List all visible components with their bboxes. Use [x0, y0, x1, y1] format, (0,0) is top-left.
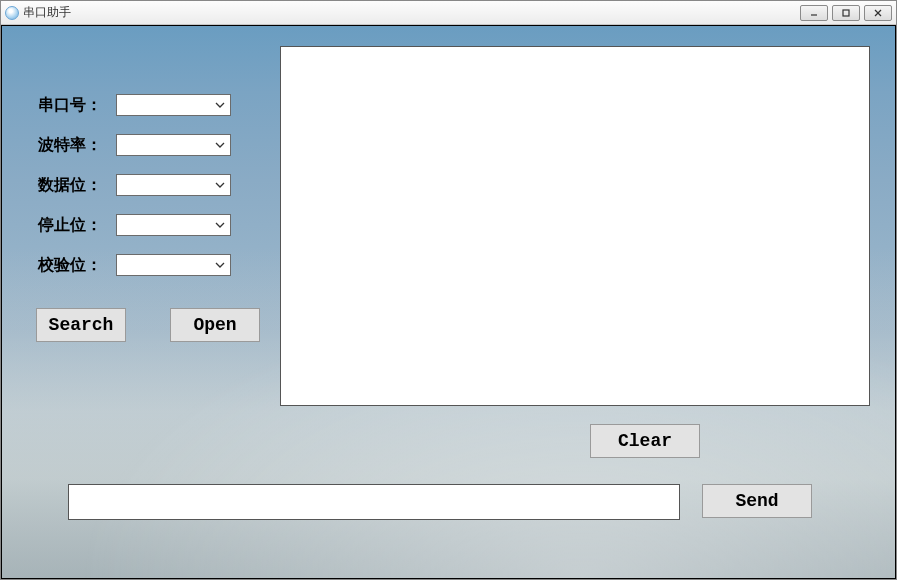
close-button[interactable]: [864, 5, 892, 21]
chevron-down-icon: [212, 137, 228, 153]
data-bits-combo[interactable]: [116, 174, 231, 196]
minimize-button[interactable]: [800, 5, 828, 21]
chevron-down-icon: [212, 97, 228, 113]
clear-button-label: Clear: [618, 431, 672, 451]
clear-button[interactable]: Clear: [590, 424, 700, 458]
send-button-label: Send: [735, 491, 778, 511]
send-input[interactable]: [68, 484, 680, 520]
row-stop-bits: 停止位：: [38, 214, 231, 236]
parity-combo[interactable]: [116, 254, 231, 276]
window-controls: [800, 5, 892, 21]
titlebar: 串口助手: [1, 1, 896, 25]
window-title: 串口助手: [23, 4, 71, 21]
stop-bits-label: 停止位：: [38, 215, 116, 236]
data-bits-label: 数据位：: [38, 175, 116, 196]
port-label: 串口号：: [38, 95, 116, 116]
receive-textarea[interactable]: [280, 46, 870, 406]
port-combo[interactable]: [116, 94, 231, 116]
baud-combo[interactable]: [116, 134, 231, 156]
open-button-label: Open: [193, 315, 236, 335]
chevron-down-icon: [212, 257, 228, 273]
row-baud: 波特率：: [38, 134, 231, 156]
app-window: 串口助手 串口号： 波特率：: [0, 0, 897, 580]
svg-rect-1: [843, 10, 849, 16]
row-port: 串口号：: [38, 94, 231, 116]
baud-label: 波特率：: [38, 135, 116, 156]
search-button[interactable]: Search: [36, 308, 126, 342]
chevron-down-icon: [212, 177, 228, 193]
parity-label: 校验位：: [38, 255, 116, 276]
maximize-button[interactable]: [832, 5, 860, 21]
stop-bits-combo[interactable]: [116, 214, 231, 236]
send-button[interactable]: Send: [702, 484, 812, 518]
open-button[interactable]: Open: [170, 308, 260, 342]
client-area: 串口号： 波特率： 数据位：: [1, 25, 896, 579]
row-parity: 校验位：: [38, 254, 231, 276]
chevron-down-icon: [212, 217, 228, 233]
app-icon: [5, 6, 19, 20]
titlebar-left: 串口助手: [5, 4, 71, 21]
search-button-label: Search: [49, 315, 114, 335]
row-data-bits: 数据位：: [38, 174, 231, 196]
